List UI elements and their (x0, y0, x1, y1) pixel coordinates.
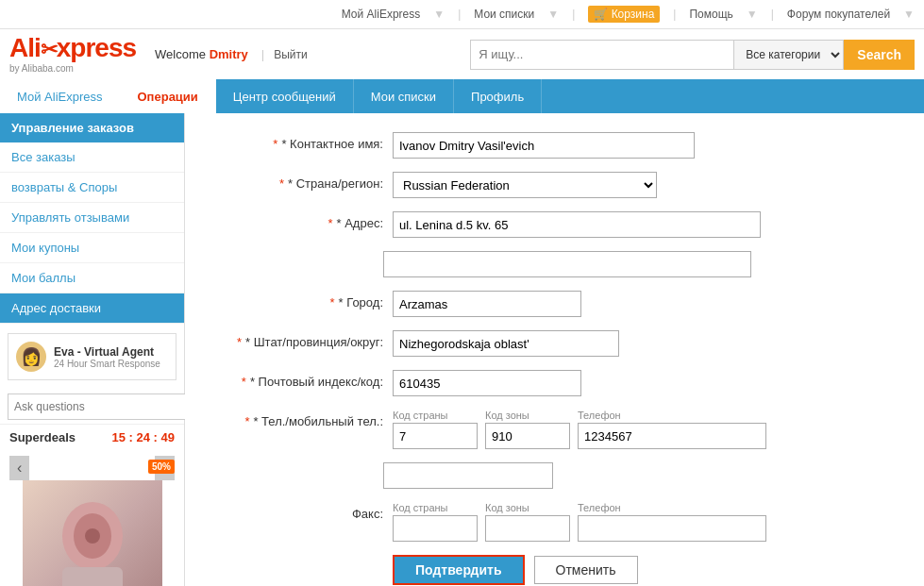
fax-number-label: Телефон (578, 502, 766, 513)
extra-row (213, 462, 896, 489)
sidebar-item-returns[interactable]: возвраты & Споры (0, 173, 184, 203)
tab-profile[interactable]: Профиль (454, 79, 542, 113)
state-input[interactable] (393, 330, 619, 357)
header: Ali✂xpress by Alibaba.com Welcome Dmitry… (0, 29, 924, 79)
zip-row: ** Почтовый индекс/код: (213, 370, 896, 396)
fax-area-input[interactable] (485, 515, 570, 542)
content-area: ** Контактное имя: ** Страна/регион: Rus… (185, 113, 924, 586)
buttons-row: Подтвердить Отменить (213, 555, 896, 585)
sidebar-item-points[interactable]: Мои баллы (0, 263, 184, 293)
fax-label: Факс: (213, 502, 383, 521)
fax-number-input[interactable] (578, 515, 766, 542)
main-container: Управление заказов Все заказы возвраты &… (0, 113, 924, 586)
svg-rect-2 (62, 567, 123, 586)
tab-my-lists[interactable]: Мои списки (354, 79, 454, 113)
superdeals-header: Superdeals 15 : 24 : 49 (0, 424, 184, 450)
tab-messages[interactable]: Центр сообщений (216, 79, 354, 113)
carousel-prev-button[interactable]: ‹ (9, 456, 29, 480)
sidebar: Управление заказов Все заказы возвраты &… (0, 113, 185, 586)
confirm-button[interactable]: Подтвердить (393, 555, 525, 585)
logo: Ali✂xpress by Alibaba.com (9, 35, 136, 74)
state-label: ** Штат/провинция/округ: (213, 330, 383, 349)
phone-country-input[interactable] (393, 423, 478, 449)
eva-box: 👩 Eva - Virtual Agent 24 Hour Smart Resp… (8, 333, 176, 380)
fax-group: Код страны Код зоны Телефон (393, 502, 766, 542)
phone-number-label: Телефон (578, 410, 766, 421)
nav-tabs: Мой AliExpress Операции Центр сообщений … (0, 79, 924, 113)
country-select[interactable]: Russian Federation (393, 172, 657, 198)
address-row1: ** Адрес: (213, 211, 896, 238)
phone-group: Код страны Код зоны Телефон (393, 410, 766, 449)
country-row: ** Страна/регион: Russian Federation (213, 172, 896, 198)
product-image: 50% (23, 480, 162, 586)
username-label: Dmitry (210, 47, 248, 61)
search-input[interactable] (470, 40, 734, 70)
contact-row: ** Контактное имя: (213, 132, 896, 159)
svg-point-3 (85, 528, 100, 544)
welcome-label: Welcome (155, 47, 206, 61)
sidebar-item-reviews[interactable]: Управлять отзывами (0, 203, 184, 233)
state-row: ** Штат/провинция/округ: (213, 330, 896, 357)
cart-icon[interactable]: 🛒 Корзина (588, 6, 660, 23)
extra-input[interactable] (383, 462, 553, 489)
category-select[interactable]: Все категории (734, 40, 844, 70)
search-button[interactable]: Search (844, 40, 915, 70)
phone-area-label: Код зоны (485, 410, 570, 421)
tab-my-aliexpress[interactable]: Мой AliExpress (0, 79, 121, 113)
zip-input[interactable] (393, 370, 581, 396)
eva-subtitle: 24 Hour Smart Response (54, 359, 160, 369)
address-row2 (213, 251, 896, 277)
forum-link[interactable]: Форум покупателей (787, 8, 890, 21)
help-link[interactable]: Помощь (689, 8, 732, 21)
zip-label: ** Почтовый индекс/код: (213, 370, 383, 389)
sidebar-item-all-orders[interactable]: Все заказы (0, 142, 184, 173)
tab-operations[interactable]: Операции (121, 79, 216, 113)
superdeals-timer: 15 : 24 : 49 (112, 430, 176, 444)
eva-avatar: 👩 (16, 342, 46, 372)
sidebar-item-coupons[interactable]: Мои купоны (0, 233, 184, 263)
country-label: ** Страна/регион: (213, 172, 383, 191)
address-label: ** Адрес: (213, 211, 383, 230)
address-input2[interactable] (383, 251, 751, 277)
search-area: Все категории Search (470, 40, 915, 70)
phone-country-label: Код страны (393, 410, 478, 421)
sidebar-item-address[interactable]: Адрес доставки (0, 293, 184, 324)
sidebar-section-title: Управление заказов (0, 113, 184, 142)
eva-name: Eva - Virtual Agent (54, 345, 160, 359)
phone-area-input[interactable] (485, 423, 570, 449)
city-row: ** Город: (213, 291, 896, 317)
fax-country-input[interactable] (393, 515, 478, 542)
city-label: ** Город: (213, 291, 383, 310)
superdeals-title: Superdeals (9, 430, 76, 444)
scissors-icon: ✂ (41, 38, 57, 61)
ask-input[interactable] (8, 393, 192, 420)
top-bar: Мой AliExpress ▼ | Мои списки ▼ | 🛒 Корз… (0, 0, 924, 29)
phone-row: ** Тел./мобильный тел.: Код страны Код з… (213, 410, 896, 449)
fax-row: Факс: Код страны Код зоны Телефон (213, 502, 896, 542)
logo-sub: by Alibaba.com (9, 63, 74, 74)
fax-country-label: Код страны (393, 502, 478, 513)
phone-label: ** Тел./мобильный тел.: (213, 410, 383, 428)
contact-input[interactable] (393, 132, 695, 159)
my-lists-link[interactable]: Мои списки (474, 8, 534, 21)
city-input[interactable] (393, 291, 581, 317)
cancel-button[interactable]: Отменить (534, 556, 638, 584)
superdeals-product: ‹ › 50% Women's Sports Push-Up (0, 450, 184, 586)
separator: | (261, 47, 264, 61)
fax-area-label: Код зоны (485, 502, 570, 513)
contact-label: ** Контактное имя: (213, 132, 383, 151)
address-input1[interactable] (393, 211, 761, 238)
logout-link[interactable]: Выйти (274, 48, 308, 61)
phone-number-input[interactable] (578, 423, 766, 449)
my-aliexpress-link[interactable]: Мой AliExpress (342, 8, 421, 21)
